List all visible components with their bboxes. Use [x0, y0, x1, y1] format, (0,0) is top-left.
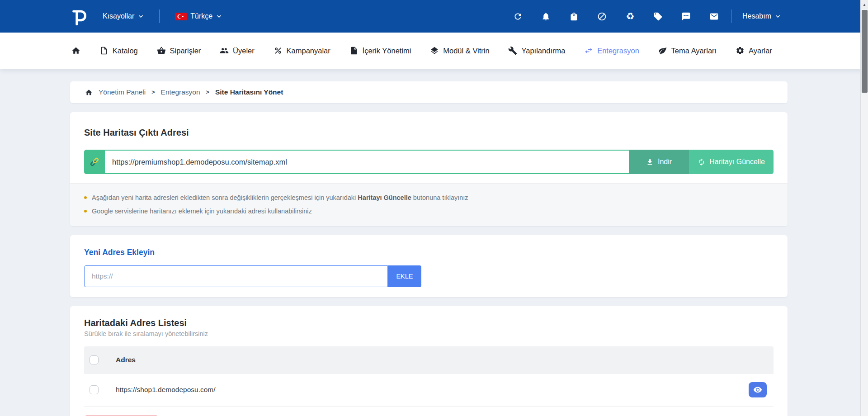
- refresh-icon: [513, 12, 523, 21]
- messages-button[interactable]: [700, 7, 728, 25]
- swap-arrows-icon: [584, 46, 593, 55]
- nav-label: Ayarlar: [749, 47, 772, 55]
- bullet-icon: [84, 196, 87, 199]
- sitemap-notes: Aşağıdan yeni harita adresleri ekledikte…: [70, 183, 788, 226]
- turkish-flag-icon: [175, 13, 187, 20]
- nav-item-entegrasyon[interactable]: Entegrasyon: [584, 46, 639, 55]
- content-area: Yönetim Paneli > Entegrasyon > Site Hari…: [0, 69, 868, 416]
- blocked-items-button[interactable]: [588, 7, 616, 25]
- page-scrollbar[interactable]: ▲: [860, 0, 868, 416]
- bell-icon: [541, 12, 551, 21]
- orders-button[interactable]: [560, 7, 588, 25]
- breadcrumb-item-entegrasyon[interactable]: Entegrasyon: [161, 88, 200, 96]
- shortcuts-dropdown[interactable]: Kısayollar: [103, 12, 144, 20]
- add-address-title: Yeni Adres Ekleyin: [84, 248, 774, 257]
- layers-icon: [430, 46, 439, 55]
- sitemap-output-card: Site Haritası Çıktı Adresi İndir Haritay…: [70, 112, 788, 226]
- update-map-button[interactable]: Haritayı Güncelle: [689, 150, 774, 174]
- chevron-down-icon: [775, 14, 781, 19]
- nav-item-kampanyalar[interactable]: Kampanyalar: [274, 46, 330, 55]
- address-table: Adres https://shop1.demodeposu.com/: [84, 346, 774, 407]
- chevron-down-icon: [138, 14, 144, 19]
- chevron-down-icon: [216, 14, 222, 19]
- nav-label: Üyeler: [233, 47, 255, 55]
- chat-bubble-icon: [681, 12, 691, 21]
- breadcrumb-separator: >: [206, 89, 209, 95]
- note-item: Aşağıdan yeni harita adresleri ekledikte…: [84, 191, 774, 204]
- eye-icon: [753, 385, 762, 394]
- select-all-checkbox[interactable]: [90, 355, 99, 364]
- row-url: https://shop1.demodeposu.com/: [110, 386, 749, 394]
- file-icon: [99, 46, 108, 55]
- nav-label: Entegrasyon: [597, 47, 639, 55]
- nav-label: Katalog: [113, 47, 138, 55]
- scroll-up-arrow-icon[interactable]: ▲: [861, 0, 868, 9]
- nav-item-icerik-yonetimi[interactable]: İçerik Yönetimi: [349, 46, 411, 55]
- feather-icon: [658, 46, 667, 55]
- address-list-subtitle: Sürükle bırak ile sıralamayı yönetebilir…: [84, 330, 774, 337]
- recycle-bin-button[interactable]: ♻: [616, 7, 644, 25]
- column-header-adres: Adres: [110, 356, 774, 364]
- update-map-button-label: Haritayı Güncelle: [709, 158, 765, 166]
- nav-item-siparisler[interactable]: Siparişler: [157, 46, 201, 55]
- sync-icon: [698, 158, 705, 166]
- coupon-icon: [653, 12, 663, 21]
- link-addon: [84, 150, 105, 174]
- add-button[interactable]: EKLE: [388, 265, 421, 287]
- percent-icon: [274, 46, 283, 55]
- note-text: Aşağıdan yeni harita adresleri ekledikte…: [92, 194, 468, 201]
- bullet-icon: [84, 210, 87, 213]
- main-nav: Katalog Siparişler Üyeler Kampanyalar İç…: [0, 33, 868, 69]
- home-icon[interactable]: [85, 89, 93, 96]
- mail-icon: [709, 12, 719, 21]
- account-dropdown[interactable]: Hesabım: [742, 12, 781, 20]
- basket-icon: [157, 46, 166, 55]
- nav-label: Kampanyalar: [287, 47, 330, 55]
- address-list-card: Haritadaki Adres Listesi Sürükle bırak i…: [70, 306, 788, 416]
- language-dropdown[interactable]: Türkçe: [175, 12, 222, 20]
- admin-page: Kısayollar Türkçe: [0, 0, 868, 416]
- nav-label: Siparişler: [170, 47, 201, 55]
- nav-item-katalog[interactable]: Katalog: [99, 46, 138, 55]
- table-row[interactable]: https://shop1.demodeposu.com/: [84, 373, 774, 407]
- nav-item-tema-ayarlari[interactable]: Tema Ayarları: [658, 46, 717, 55]
- add-address-card: Yeni Adres Ekleyin EKLE: [70, 235, 788, 297]
- nav-item-yapilandirma[interactable]: Yapılandırma: [508, 46, 565, 55]
- topbar-divider: [731, 9, 731, 23]
- shortcuts-label: Kısayollar: [103, 12, 134, 20]
- brand-logo-icon[interactable]: [70, 6, 90, 26]
- sitemap-card-title: Site Haritası Çıktı Adresi: [84, 128, 774, 138]
- new-address-input[interactable]: [84, 265, 388, 287]
- nav-label: Tema Ayarları: [671, 47, 717, 55]
- breadcrumb: Yönetim Paneli > Entegrasyon > Site Hari…: [70, 81, 788, 103]
- topbar: Kısayollar Türkçe: [0, 0, 868, 33]
- coupons-button[interactable]: [644, 7, 672, 25]
- view-button[interactable]: [749, 382, 767, 397]
- note-text: Google servislerine haritanızı eklemek i…: [92, 208, 312, 215]
- refresh-button[interactable]: [504, 7, 532, 25]
- nav-item-modul-vitrin[interactable]: Modül & Vitrin: [430, 46, 489, 55]
- shopping-bag-icon: [569, 12, 579, 21]
- nav-label: İçerik Yönetimi: [363, 47, 411, 55]
- notifications-button[interactable]: [532, 7, 560, 25]
- home-icon: [71, 46, 80, 55]
- comments-button[interactable]: [672, 7, 700, 25]
- account-label: Hesabım: [742, 12, 771, 20]
- block-icon: [597, 12, 607, 21]
- wrench-icon: [508, 46, 517, 55]
- language-label: Türkçe: [190, 12, 212, 20]
- nav-item-uyeler[interactable]: Üyeler: [220, 46, 255, 55]
- scrollbar-thumb[interactable]: [862, 10, 868, 93]
- sitemap-url-input[interactable]: [105, 150, 629, 174]
- row-checkbox[interactable]: [90, 385, 99, 394]
- nav-item-home[interactable]: [71, 46, 80, 55]
- nav-item-ayarlar[interactable]: Ayarlar: [736, 46, 772, 55]
- table-header-row: Adres: [84, 346, 774, 373]
- address-list-title: Haritadaki Adres Listesi: [84, 318, 774, 328]
- breadcrumb-separator: >: [151, 89, 155, 95]
- chain-link-icon: [89, 156, 100, 167]
- gear-icon: [736, 46, 745, 55]
- nav-label: Modül & Vitrin: [443, 47, 489, 55]
- breadcrumb-item-yonetim-paneli[interactable]: Yönetim Paneli: [99, 88, 146, 96]
- download-button[interactable]: İndir: [629, 150, 689, 174]
